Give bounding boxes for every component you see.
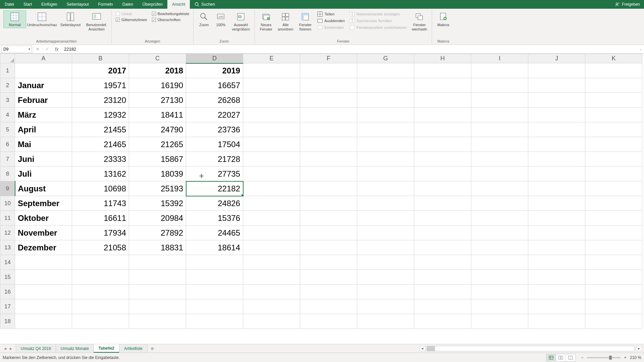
cell-F16[interactable] [300,285,357,299]
cell-H5[interactable] [414,122,471,137]
menu-tab-formeln[interactable]: Formeln [94,0,118,9]
row-header-8[interactable]: 8 [0,167,15,181]
cell-J13[interactable] [528,240,585,255]
normal-mode-button[interactable] [546,354,556,361]
cell-E18[interactable] [243,314,300,329]
row-header-15[interactable]: 15 [0,270,15,285]
cell-G8[interactable] [357,167,414,181]
cell-I9[interactable] [471,181,528,196]
cell-G12[interactable] [357,226,414,240]
cell-G18[interactable] [357,314,414,329]
cell-H6[interactable] [414,137,471,152]
cell-C16[interactable] [129,285,186,299]
scroll-right-button[interactable]: ► [636,346,642,351]
cell-K10[interactable] [585,196,642,211]
cell-A18[interactable] [15,314,72,329]
cell-K15[interactable] [585,270,642,285]
cell-J14[interactable] [528,255,585,270]
sheet-tab[interactable]: Artikelliste [119,344,148,353]
cell-H14[interactable] [414,255,471,270]
cell-I2[interactable] [471,78,528,93]
cell-A1[interactable] [15,63,72,78]
cell-B16[interactable] [72,285,129,299]
headings-checkbox[interactable]: ✓Überschriften [152,18,190,22]
cell-C12[interactable]: 27892 [129,226,186,240]
formula-input[interactable]: 22182 [61,46,637,53]
column-header-B[interactable]: B [72,54,129,63]
cell-G15[interactable] [357,270,414,285]
cell-E14[interactable] [243,255,300,270]
row-header-14[interactable]: 14 [0,255,15,270]
cell-B1[interactable]: 2017 [72,63,129,78]
row-header-16[interactable]: 16 [0,285,15,299]
cell-G9[interactable] [357,181,414,196]
cell-J4[interactable] [528,108,585,122]
row-header-1[interactable]: 1 [0,63,15,78]
cell-E10[interactable] [243,196,300,211]
row-header-4[interactable]: 4 [0,108,15,122]
row-header-11[interactable]: 11 [0,211,15,226]
cell-J5[interactable] [528,122,585,137]
cell-F17[interactable] [300,299,357,314]
row-header-6[interactable]: 6 [0,137,15,152]
cell-K5[interactable] [585,122,642,137]
cell-C3[interactable]: 27130 [129,93,186,108]
name-box[interactable]: D9 ▼ [1,46,32,53]
cell-A8[interactable]: Juli [15,167,72,181]
cell-J18[interactable] [528,314,585,329]
cell-J7[interactable] [528,152,585,167]
cell-C7[interactable]: 15867 [129,152,186,167]
cell-J2[interactable] [528,78,585,93]
cell-B9[interactable]: 10698 [72,181,129,196]
cell-F8[interactable] [300,167,357,181]
cell-D1[interactable]: 2019 [186,63,243,78]
cell-C14[interactable] [129,255,186,270]
cell-K14[interactable] [585,255,642,270]
cell-F11[interactable] [300,211,357,226]
cell-B6[interactable]: 21465 [72,137,129,152]
pagelayout-mode-button[interactable] [556,354,566,361]
cell-B3[interactable]: 23120 [72,93,129,108]
cell-H13[interactable] [414,240,471,255]
cell-B11[interactable]: 16611 [72,211,129,226]
cancel-formula-button[interactable]: ✕ [33,46,43,53]
cell-J16[interactable] [528,285,585,299]
zoom-control[interactable]: − + 210 % [580,355,641,360]
cell-F3[interactable] [300,93,357,108]
cell-G11[interactable] [357,211,414,226]
row-header-17[interactable]: 17 [0,299,15,314]
zoom-out-button[interactable]: − [580,355,585,360]
cell-G14[interactable] [357,255,414,270]
cell-B15[interactable] [72,270,129,285]
cell-A5[interactable]: April [15,122,72,137]
horizontal-scrollbar[interactable]: ◄ ► [419,346,644,351]
cell-D13[interactable]: 18614 [186,240,243,255]
enter-formula-button[interactable]: ✓ [43,46,52,53]
cell-F14[interactable] [300,255,357,270]
cell-E2[interactable] [243,78,300,93]
cell-A16[interactable] [15,285,72,299]
cell-I11[interactable] [471,211,528,226]
pagebreak-view-button[interactable]: Umbruchvorschau [27,10,57,28]
cell-E15[interactable] [243,270,300,285]
cell-I12[interactable] [471,226,528,240]
cell-K18[interactable] [585,314,642,329]
cell-J1[interactable] [528,63,585,78]
cell-C13[interactable]: 18831 [129,240,186,255]
cell-F2[interactable] [300,78,357,93]
cell-B8[interactable]: 13162 [72,167,129,181]
cell-I8[interactable] [471,167,528,181]
cell-H16[interactable] [414,285,471,299]
cell-K4[interactable] [585,108,642,122]
cell-F6[interactable] [300,137,357,152]
sheet-tab[interactable]: Umsatz Monate [56,344,94,353]
cell-C18[interactable] [129,314,186,329]
cell-A2[interactable]: Januar [15,78,72,93]
cell-F4[interactable] [300,108,357,122]
column-header-C[interactable]: C [129,54,186,63]
share-button[interactable]: Freigeben [622,2,640,7]
column-header-A[interactable]: A [15,54,72,63]
cell-C1[interactable]: 2018 [129,63,186,78]
cell-D14[interactable] [186,255,243,270]
cell-I18[interactable] [471,314,528,329]
